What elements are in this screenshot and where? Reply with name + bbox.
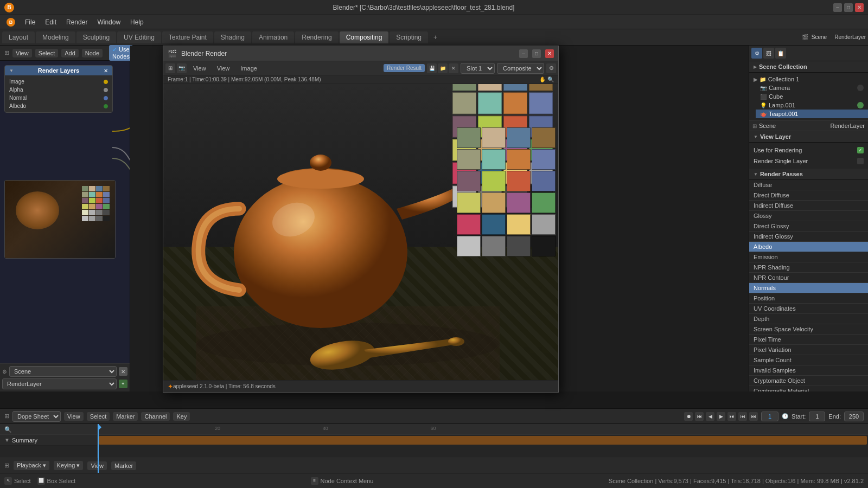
- scene-remove-btn[interactable]: ✕: [119, 367, 127, 376]
- use-nodes-btn[interactable]: ✓Use Nodes: [109, 45, 133, 61]
- play-btn[interactable]: ▶: [717, 412, 725, 421]
- composite-selector[interactable]: Composite: [497, 63, 544, 74]
- render-result-btn[interactable]: Render Result: [384, 64, 425, 72]
- render-camera-icon[interactable]: 📷: [177, 63, 187, 73]
- tab-sculpting[interactable]: Sculpting: [76, 31, 116, 43]
- summary-track[interactable]: ▼ Summary: [0, 435, 97, 446]
- timeline-channel-btn[interactable]: Channel: [141, 412, 170, 421]
- render-layer-dropdown[interactable]: RenderLayer: [2, 378, 117, 389]
- menu-edit[interactable]: Edit: [41, 17, 61, 27]
- render-maximize-btn[interactable]: □: [532, 49, 541, 58]
- teapot-item[interactable]: 🫖 Teapot.001: [756, 110, 868, 118]
- render-view-icon[interactable]: ⊞: [165, 63, 175, 73]
- play-reverse-btn[interactable]: ⏭: [727, 412, 736, 421]
- pass-cryptomatte-object[interactable]: Cryptomatte Object: [749, 376, 868, 386]
- pass-glossy[interactable]: Glossy: [749, 211, 868, 221]
- node-menu-btn[interactable]: Node: [82, 49, 103, 57]
- pass-npr-contour[interactable]: NPR Contour: [749, 273, 868, 283]
- render-image-menu[interactable]: Image: [236, 64, 261, 73]
- camera-item[interactable]: 📷 Camera: [756, 84, 868, 92]
- scene-collection-header[interactable]: ▶ Scene Collection: [749, 61, 868, 73]
- pass-direct-glossy[interactable]: Direct Glossy: [749, 221, 868, 232]
- tab-uv-editing[interactable]: UV Editing: [117, 31, 161, 43]
- node-canvas[interactable]: ▼ Render Layers ✕ Image Alpha Normal: [0, 61, 130, 363]
- pass-direct-diffuse[interactable]: Direct Diffuse: [749, 190, 868, 201]
- add-menu-btn[interactable]: Add: [61, 49, 79, 57]
- tab-texture-paint[interactable]: Texture Paint: [162, 31, 213, 43]
- menu-window[interactable]: Window: [93, 17, 125, 27]
- menu-blender[interactable]: B: [2, 17, 20, 28]
- tab-layout[interactable]: Layout: [2, 31, 35, 43]
- start-frame-input[interactable]: 1: [809, 412, 825, 421]
- render-single-layer-check[interactable]: [857, 158, 864, 164]
- pass-diffuse[interactable]: Diffuse: [749, 180, 868, 190]
- pass-sample-count[interactable]: Sample Count: [749, 355, 868, 365]
- tab-modeling[interactable]: Modeling: [36, 31, 75, 43]
- pass-screen-space-velocity[interactable]: Screen Space Velocity: [749, 324, 868, 335]
- pass-position[interactable]: Position: [749, 293, 868, 304]
- render-close-btn[interactable]: ✕: [545, 49, 554, 58]
- slot-selector[interactable]: Slot 1: [461, 63, 495, 74]
- add-workspace-btn[interactable]: +: [429, 31, 442, 43]
- current-frame-display[interactable]: 1: [761, 412, 778, 421]
- socket-albedo-out[interactable]: [104, 104, 108, 108]
- marker-btn[interactable]: Marker: [111, 461, 136, 470]
- pass-indirect-diffuse[interactable]: Indirect Diffuse: [749, 201, 868, 211]
- pass-indirect-glossy[interactable]: Indirect Glossy: [749, 232, 868, 242]
- play-circle-btn[interactable]: ⏺: [684, 412, 693, 421]
- select-menu-btn[interactable]: Select: [35, 49, 59, 57]
- pass-emission[interactable]: Emission: [749, 252, 868, 262]
- pass-npr-shading[interactable]: NPR Shading: [749, 262, 868, 273]
- pass-albedo[interactable]: Albedo: [749, 242, 868, 252]
- socket-normal-out[interactable]: [104, 96, 108, 100]
- render-view2-menu[interactable]: View: [213, 64, 234, 73]
- next-frame-btn[interactable]: ⏮: [738, 412, 747, 421]
- render-close-image-icon[interactable]: ✕: [449, 63, 458, 73]
- pass-invalid-samples[interactable]: Invalid Samples: [749, 365, 868, 376]
- lamp-item[interactable]: 💡 Lamp.001: [756, 101, 868, 110]
- tab-compositing[interactable]: Compositing: [340, 31, 389, 43]
- end-frame-input[interactable]: 250: [844, 412, 864, 421]
- maximize-btn[interactable]: □: [844, 3, 853, 12]
- playback-btn[interactable]: Playback ▾: [14, 461, 49, 470]
- keying-btn[interactable]: Keying ▾: [54, 461, 84, 470]
- pass-depth[interactable]: Depth: [749, 314, 868, 324]
- pass-pixel-variation[interactable]: Pixel Variation: [749, 345, 868, 355]
- render-window[interactable]: 🎬 Blender Render – □ ✕ ⊞ 📷 View View Ima…: [163, 46, 559, 393]
- render-layers-node[interactable]: ▼ Render Layers ✕ Image Alpha Normal: [4, 65, 113, 113]
- timeline-view-btn[interactable]: View: [64, 412, 84, 421]
- use-for-rendering-check[interactable]: ✓: [857, 147, 864, 153]
- pass-cryptomatte-material[interactable]: Cryptomatte Material: [749, 386, 868, 391]
- pass-normals[interactable]: Normals: [749, 283, 868, 293]
- node-collapse-btn[interactable]: ✕: [104, 68, 108, 74]
- render-minimize-btn[interactable]: –: [519, 49, 528, 58]
- tab-animation[interactable]: Animation: [252, 31, 294, 43]
- render-engine-icon[interactable]: ⚙: [751, 48, 762, 59]
- dope-sheet-selector[interactable]: Dope Sheet: [12, 411, 61, 422]
- cube-item[interactable]: ⬛ Cube: [756, 92, 868, 101]
- view-menu-btn[interactable]: View: [12, 49, 32, 57]
- view-layer-icon[interactable]: 📋: [775, 48, 786, 59]
- menu-file[interactable]: File: [21, 17, 40, 27]
- menu-help[interactable]: Help: [126, 17, 148, 27]
- view-layer-header[interactable]: ▼ View Layer: [749, 131, 868, 143]
- tab-rendering[interactable]: Rendering: [295, 31, 338, 43]
- collection1-item[interactable]: ▶ 📁 Collection 1: [749, 75, 868, 84]
- timeline-select-btn[interactable]: Select: [87, 412, 110, 421]
- render-save-icon[interactable]: 💾: [427, 63, 437, 73]
- summary-track-area[interactable]: [98, 435, 868, 446]
- render-view-menu[interactable]: View: [189, 64, 210, 73]
- tab-shading[interactable]: Shading: [214, 31, 251, 43]
- socket-image-out[interactable]: [104, 80, 108, 84]
- output-props-icon[interactable]: 🖼: [763, 48, 774, 59]
- socket-alpha-out[interactable]: [104, 88, 108, 92]
- pass-uv-coordinates[interactable]: UV Coordinates: [749, 304, 868, 314]
- render-passes-header[interactable]: ▼ Render Passes: [749, 169, 868, 180]
- timeline-key-btn[interactable]: Key: [173, 412, 190, 421]
- close-btn[interactable]: ✕: [855, 3, 864, 12]
- jump-end-btn[interactable]: ⏭: [749, 412, 758, 421]
- minimize-btn[interactable]: –: [833, 3, 842, 12]
- tab-scripting[interactable]: Scripting: [390, 31, 428, 43]
- timeline-marker-btn[interactable]: Marker: [113, 412, 138, 421]
- jump-start-btn[interactable]: ⏮: [695, 412, 704, 421]
